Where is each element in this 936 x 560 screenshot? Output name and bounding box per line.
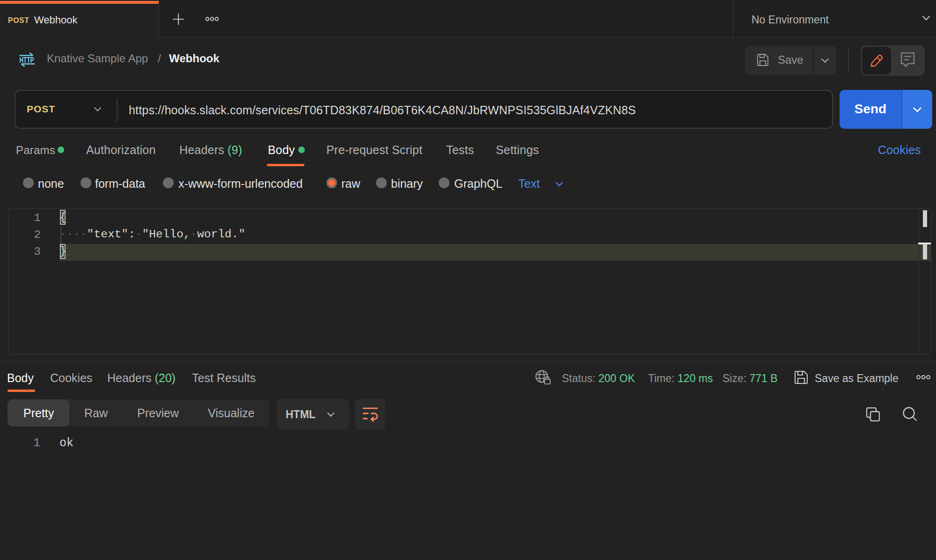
svg-text:HTTP: HTTP <box>20 56 34 64</box>
